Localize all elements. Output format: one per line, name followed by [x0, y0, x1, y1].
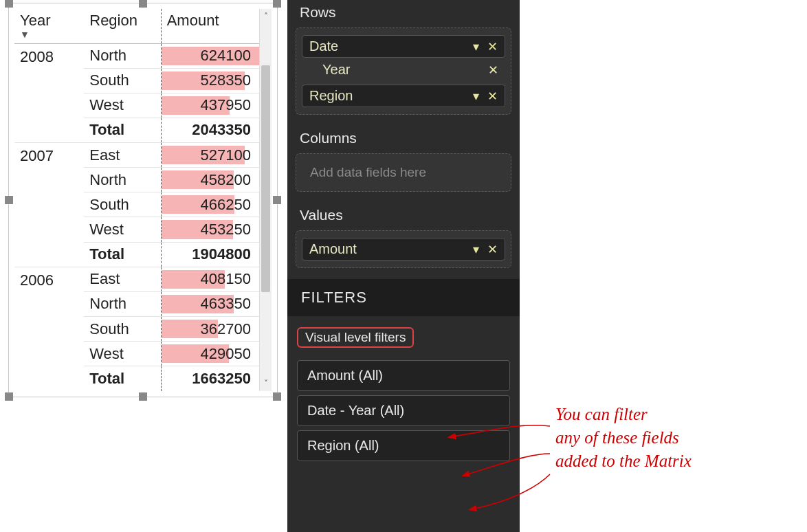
remove-icon[interactable]: ✕ — [487, 39, 498, 54]
region-cell: South — [84, 317, 161, 342]
amount-cell: 527100 — [161, 143, 259, 168]
year-cell: 2007 — [14, 143, 84, 267]
amount-cell: 408150 — [161, 267, 259, 291]
chevron-down-icon[interactable]: ▾ — [473, 39, 479, 54]
total-label: Total — [84, 118, 161, 142]
resize-handle[interactable] — [5, 392, 13, 401]
column-header-region[interactable]: Region — [84, 9, 161, 43]
total-amount: 1663250 — [161, 366, 259, 391]
amount-value: 362700 — [201, 320, 251, 337]
rows-well[interactable]: Date ▾ ✕ Year ✕ Region ▾ ✕ — [296, 27, 511, 115]
remove-icon[interactable]: ✕ — [488, 63, 498, 78]
resize-handle[interactable] — [273, 196, 281, 204]
resize-handle[interactable] — [5, 0, 13, 8]
field-label: Year — [322, 62, 350, 78]
values-field-amount[interactable]: Amount ▾ ✕ — [302, 238, 505, 261]
columns-section-label: Columns — [287, 126, 520, 153]
annotation-text: You can filter any of these fields added… — [555, 403, 803, 472]
visual-level-filters-label[interactable]: Visual level filters — [297, 327, 414, 348]
values-well[interactable]: Amount ▾ ✕ — [296, 230, 511, 268]
values-section-label: Values — [287, 203, 520, 230]
scroll-up-button[interactable]: ˄ — [260, 9, 272, 24]
amount-cell: 429050 — [161, 342, 259, 366]
region-cell: North — [84, 291, 161, 316]
annotation-line: You can filter — [555, 403, 803, 426]
annotation-line: any of these fields — [555, 426, 803, 450]
remove-icon[interactable]: ✕ — [487, 89, 498, 104]
rows-field-region[interactable]: Region ▾ ✕ — [302, 85, 505, 107]
region-cell: West — [84, 93, 161, 118]
amount-value: 624100 — [201, 47, 251, 64]
amount-cell: 463350 — [161, 291, 259, 316]
amount-cell: 466250 — [161, 192, 259, 217]
field-label: Date — [309, 38, 338, 54]
column-header-year[interactable]: Year ▼ — [14, 9, 84, 43]
amount-cell: 624100 — [161, 43, 259, 68]
table-row[interactable]: 2006East408150 — [14, 267, 259, 291]
matrix-visual[interactable]: Year ▼ Region Amount 2008North624100Sout… — [8, 3, 278, 397]
field-label: Region — [309, 88, 353, 104]
amount-cell: 458200 — [161, 168, 259, 192]
region-cell: East — [84, 143, 161, 168]
rows-field-date[interactable]: Date ▾ ✕ — [302, 35, 505, 58]
columns-placeholder: Add data fields here — [300, 158, 507, 187]
sort-desc-icon: ▼ — [20, 31, 78, 38]
region-cell: South — [84, 192, 161, 217]
scroll-thumb[interactable] — [261, 65, 270, 292]
table-row[interactable]: 2008North624100 — [14, 43, 259, 68]
filter-label: Date - Year (All) — [307, 403, 404, 418]
amount-cell: 528350 — [161, 68, 259, 93]
column-header-amount[interactable]: Amount — [161, 9, 259, 43]
chevron-down-icon[interactable]: ▾ — [473, 89, 479, 104]
amount-cell: 362700 — [161, 317, 259, 342]
amount-value: 466250 — [201, 196, 251, 213]
region-cell: West — [84, 217, 161, 242]
filter-amount[interactable]: Amount (All) — [297, 360, 510, 391]
amount-value: 437950 — [201, 96, 251, 113]
amount-cell: 437950 — [161, 93, 259, 118]
header-label: Region — [89, 12, 137, 29]
amount-value: 453250 — [201, 221, 251, 238]
rows-section-label: Rows — [287, 0, 520, 27]
total-label: Total — [84, 242, 161, 267]
amount-cell: 453250 — [161, 217, 259, 242]
region-cell: West — [84, 342, 161, 366]
resize-handle[interactable] — [273, 392, 281, 401]
resize-handle[interactable] — [5, 196, 13, 204]
resize-handle[interactable] — [139, 392, 147, 401]
resize-handle[interactable] — [273, 0, 281, 8]
region-cell: East — [84, 267, 161, 291]
columns-well[interactable]: Add data fields here — [296, 153, 511, 192]
amount-value: 463350 — [201, 295, 251, 312]
amount-value: 528350 — [201, 71, 251, 89]
filter-label: Region (All) — [307, 438, 379, 453]
remove-icon[interactable]: ✕ — [487, 242, 498, 257]
amount-value: 408150 — [201, 270, 251, 287]
filter-label: Amount (All) — [307, 368, 383, 383]
header-label: Amount — [167, 12, 219, 29]
filters-header: FILTERS — [287, 279, 520, 316]
scroll-track[interactable] — [260, 24, 272, 376]
table-row[interactable]: 2007East527100 — [14, 143, 259, 168]
matrix-table: Year ▼ Region Amount 2008North624100Sout… — [14, 9, 259, 391]
region-cell: South — [84, 68, 161, 93]
region-cell: North — [84, 43, 161, 68]
rows-field-year[interactable]: Year ✕ — [316, 60, 505, 82]
scroll-down-button[interactable]: ˅ — [260, 376, 272, 391]
amount-value: 527100 — [201, 146, 251, 164]
annotation-line: added to the Matrix — [555, 450, 803, 473]
header-label: Year — [20, 12, 50, 29]
resize-handle[interactable] — [139, 0, 147, 8]
year-cell: 2006 — [14, 267, 84, 391]
vertical-scrollbar[interactable]: ˄ ˅ — [259, 9, 272, 391]
field-label: Amount — [309, 241, 357, 257]
total-amount: 1904800 — [161, 242, 259, 267]
total-amount: 2043350 — [161, 118, 259, 142]
chevron-down-icon[interactable]: ▾ — [473, 242, 479, 257]
region-cell: North — [84, 168, 161, 192]
amount-value: 458200 — [201, 171, 251, 188]
amount-value: 429050 — [201, 345, 251, 362]
year-cell: 2008 — [14, 43, 84, 143]
total-label: Total — [84, 366, 161, 391]
